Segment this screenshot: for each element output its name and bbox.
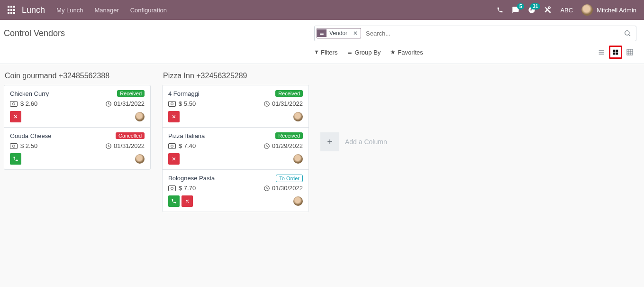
pivot-view-button[interactable] [623,46,636,59]
card-bottom [10,111,145,122]
date: 01/31/2022 [105,100,145,107]
action-buttons [10,153,21,165]
card-bottom [168,153,303,165]
svg-rect-8 [616,53,618,55]
call-button[interactable] [10,153,21,165]
money-icon [10,101,18,107]
view-switcher [595,46,636,59]
price-value: $ 2.60 [20,100,37,107]
kanban-board: Coin gourmand +32485562388Chicken CurryR… [0,64,644,220]
kanban-column: Coin gourmand +32485562388Chicken CurryR… [4,72,151,212]
activity-icon[interactable]: 31 [528,6,535,14]
navbar: Lunch My Lunch Manager Configuration 5 3… [0,0,644,20]
kanban-card[interactable]: Chicken CurryReceived$ 2.6001/31/2022 [4,85,150,128]
svg-rect-9 [627,49,633,55]
filters-dropdown[interactable]: Filters [314,49,337,56]
price: $ 2.50 [10,142,37,149]
messages-icon[interactable]: 5 [512,6,519,14]
brand[interactable]: Lunch [22,5,45,15]
money-icon [168,143,176,149]
price-value: $ 5.50 [179,100,196,107]
date: 01/31/2022 [105,142,145,149]
facet-close-icon[interactable]: ✕ [350,30,361,37]
messages-badge: 5 [517,3,525,9]
nav-links: My Lunch Manager Configuration [56,7,167,14]
company-name[interactable]: ABC [560,7,573,14]
search-facet[interactable]: Vendor ✕ [317,28,361,38]
groupby-dropdown[interactable]: Group By [347,49,381,56]
apps-icon[interactable] [8,6,16,14]
cancel-button[interactable] [10,111,21,122]
price: $ 7.40 [168,142,196,149]
kanban-view-button[interactable] [609,46,622,59]
kanban-card[interactable]: 4 FormaggiReceived$ 5.5001/31/2022 [163,85,308,128]
user-name-label: Mitchell Admin [597,7,636,14]
column-title[interactable]: Coin gourmand +32485562388 [4,72,151,80]
card-bottom [10,153,145,165]
search-input[interactable] [363,27,621,40]
tools-icon[interactable] [544,6,552,14]
filters-label: Filters [321,49,337,56]
svg-rect-6 [616,50,618,52]
groupby-facet-icon [317,29,327,37]
price-value: $ 2.50 [20,142,37,149]
favorites-dropdown[interactable]: Favorites [390,49,423,56]
card-avatar[interactable] [293,196,303,206]
phone-icon[interactable] [497,7,503,13]
favorites-label: Favorites [398,49,423,56]
action-buttons [168,111,180,122]
add-column-label: Add a Column [345,138,387,146]
price: $ 5.50 [168,100,196,107]
card-avatar[interactable] [135,154,145,164]
card-info-row: $ 7.4001/29/2022 [168,142,303,149]
kanban-card[interactable]: Gouda CheeseCancelled$ 2.5001/31/2022 [4,128,150,169]
money-icon [10,143,18,149]
clock-icon [105,101,112,107]
card-bottom [168,195,303,207]
card-stack: Chicken CurryReceived$ 2.6001/31/2022Gou… [4,85,151,170]
price-value: $ 7.70 [179,185,196,192]
kanban-card[interactable]: Bolognese PastaTo Order$ 7.7001/30/2022 [163,170,308,212]
column-title[interactable]: Pizza Inn +32456325289 [162,72,309,80]
card-stack: 4 FormaggiReceived$ 5.5001/31/2022Pizza … [162,85,309,212]
date: 01/31/2022 [263,100,303,107]
card-avatar[interactable] [293,154,303,164]
svg-point-0 [625,31,629,35]
search-icon[interactable] [621,29,634,37]
card-avatar[interactable] [135,112,145,121]
user-avatar [581,4,593,16]
price: $ 2.60 [10,100,37,107]
cancel-button[interactable] [168,111,180,122]
price: $ 7.70 [168,185,196,192]
money-icon [168,101,176,107]
card-bottom [168,111,303,122]
nav-link-mylunch[interactable]: My Lunch [56,7,83,14]
list-view-button[interactable] [595,46,608,59]
card-info-row: $ 2.5001/31/2022 [10,142,145,149]
status-badge: To Order [276,175,303,182]
nav-link-configuration[interactable]: Configuration [130,7,167,14]
money-icon [168,185,176,191]
kanban-column: Pizza Inn +324563252894 FormaggiReceived… [162,72,309,212]
date-value: 01/29/2022 [272,142,303,149]
kanban-card[interactable]: Pizza ItalianaReceived$ 7.4001/29/2022 [163,128,308,170]
add-column[interactable]: +Add a Column [320,72,467,212]
card-avatar[interactable] [293,112,303,121]
facet-label: Vendor [327,28,350,38]
clock-icon [263,143,270,149]
clock-icon [263,101,270,107]
groupby-label: Group By [354,49,381,56]
call-button[interactable] [168,195,180,207]
filter-bar: Filters Group By Favorites [314,49,423,56]
cancel-button[interactable] [181,195,193,207]
cancel-button[interactable] [168,153,180,165]
nav-link-manager[interactable]: Manager [94,7,118,14]
user-menu[interactable]: Mitchell Admin [581,4,636,16]
action-buttons [168,195,193,207]
date: 01/30/2022 [263,185,303,192]
plus-icon[interactable]: + [320,132,339,151]
status-badge: Received [117,90,145,97]
date-value: 01/30/2022 [272,185,303,192]
date: 01/29/2022 [263,142,303,149]
page-title: Control Vendors [4,26,65,41]
